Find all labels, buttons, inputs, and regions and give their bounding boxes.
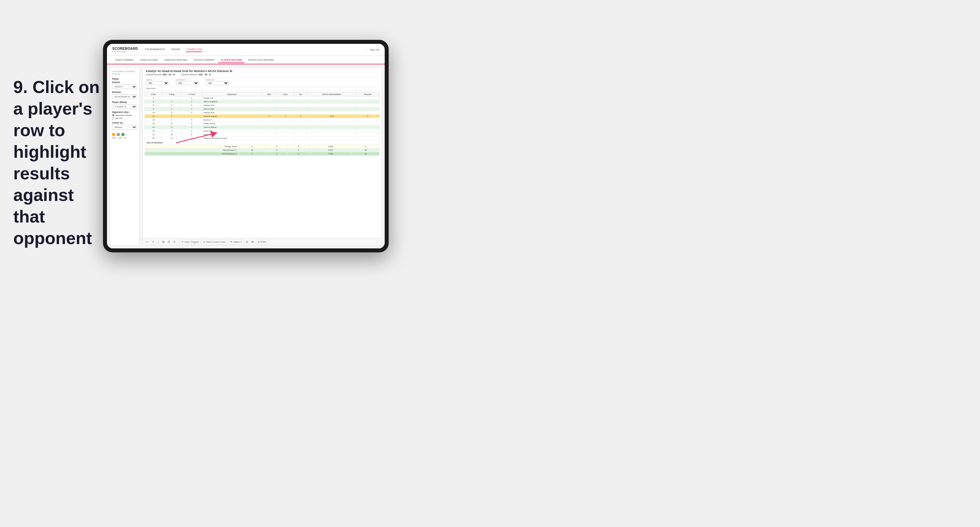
sub-nav-team-h2h-heatmap[interactable]: TEAM H2H HEATMAP xyxy=(161,57,190,62)
out-table-row[interactable]: Foreign Team1004.5002 xyxy=(145,145,380,148)
logo-title: SCOREBOARD xyxy=(112,47,138,51)
tablet-frame: SCOREBOARD Powered by clippd TOURNAMENTS… xyxy=(103,40,389,252)
out-of-division-label: Out of division xyxy=(145,140,380,144)
nav-bar: SCOREBOARD Powered by clippd TOURNAMENTS… xyxy=(107,44,385,56)
share-icon: ⬆ xyxy=(258,241,260,243)
table-row[interactable]: 1474Eunice Yi xyxy=(145,118,380,122)
table-button[interactable]: ⊡ xyxy=(167,240,171,244)
eye-icon: 👁 xyxy=(181,241,184,243)
last-updated: Last Updated: 27/03/2024 16:55:28 xyxy=(112,70,137,76)
colour-by-select[interactable]: Win/loss xyxy=(112,125,137,130)
annotation-text: 9. Click on a player's row to highlight … xyxy=(13,76,103,249)
out-of-division-table: Foreign Team1004.5002NAIA Division 11500… xyxy=(145,144,380,156)
sub-nav-team-h2h-grid[interactable]: TEAM H2H GRID xyxy=(137,57,161,62)
colour-dot-up xyxy=(121,133,124,136)
colour-dots xyxy=(112,133,137,136)
gender-label: Gender xyxy=(112,81,137,83)
crop-button[interactable]: ⊡ xyxy=(245,240,249,244)
out-table-row[interactable]: NAIA Division 115009.26730 xyxy=(145,148,380,152)
col-div: # Div xyxy=(145,93,162,96)
sign-out-button[interactable]: Sign out xyxy=(370,48,379,51)
sub-nav-player-summary[interactable]: PLAYER SUMMARY xyxy=(191,57,218,62)
nav-links: TOURNAMENTS TEAMS COMMITTEE xyxy=(145,47,368,52)
conference-filter-group: Conference (All) xyxy=(176,79,199,85)
sub-nav-player-h2h-heatmap[interactable]: PLAYER H2H HEATMAP xyxy=(245,57,277,62)
undo-button[interactable]: ↩ xyxy=(145,240,150,244)
sub-nav-team-summary[interactable]: TEAM SUMMARY xyxy=(112,57,137,62)
region-filter-group: Region (All) xyxy=(146,79,169,85)
player-rank-select[interactable]: 8. Katelyn Vo xyxy=(112,104,137,109)
table-row[interactable]: 613Sydney Kuo xyxy=(145,103,380,107)
player-h2h-table: # Div # Reg # Conf Opponent Win Loss Tie… xyxy=(145,92,380,140)
col-conf: # Conf xyxy=(181,93,202,96)
save-icon: ⊟ xyxy=(203,241,205,243)
table-row[interactable]: 522Alexis Sudjianto xyxy=(145,100,380,103)
table-row[interactable]: 20117Federica Domecq Lacroze xyxy=(145,137,380,140)
opponent-select[interactable]: (All) xyxy=(206,81,229,85)
opponent-view-radio-group: Opponents Played Top 100 xyxy=(112,114,137,119)
view-original-button[interactable]: 👁 View: Original xyxy=(180,240,200,244)
opponents-label: Opponents: xyxy=(146,87,156,89)
grid-button[interactable]: ⊞ xyxy=(161,240,165,244)
top-100-option[interactable]: Top 100 xyxy=(112,117,137,119)
table-row[interactable]: 1691Jessica Mason xyxy=(145,125,380,129)
col-win: Win xyxy=(262,93,277,96)
radio-dot-played xyxy=(112,114,114,117)
region-label: Region xyxy=(146,79,169,81)
division-record: Division Record: 331 - 34 - 6 xyxy=(181,73,211,76)
table-row[interactable]: 19106Emily Chang xyxy=(145,133,380,137)
sub-nav-player-h2h-grid[interactable]: PLAYER H2H GRID xyxy=(218,57,245,63)
redo-button[interactable]: ↪ xyxy=(151,240,155,244)
right-panel: Katelyn Vo Head-to-Head Grid for Women's… xyxy=(142,67,382,246)
colour-dot-down xyxy=(112,133,115,136)
watch-icon: 👁 xyxy=(230,241,232,243)
opp-row: Opponents: xyxy=(143,87,382,91)
colour-labels: Down Level Up xyxy=(112,137,137,139)
opponent-played-option[interactable]: Opponents Played xyxy=(112,114,137,117)
col-diff: Diff Av Strokes/Rnd xyxy=(307,93,356,96)
opponent-view-label: Opponent view xyxy=(112,111,137,113)
toolbar-separator xyxy=(178,240,178,244)
table-row[interactable]: 131Jessica Huang010-3.002 xyxy=(145,114,380,118)
player-rank-label: Player (Rank) xyxy=(112,101,137,103)
main-content: Last Updated: 27/03/2024 16:55:28 Player… xyxy=(107,64,385,248)
save-custom-view-button[interactable]: ⊟ Save Custom View xyxy=(202,240,227,244)
table-row[interactable]: 1585Stella Cheng xyxy=(145,122,380,125)
col-tie: Tie xyxy=(294,93,307,96)
opponent-filter-group: Opponent (All) xyxy=(206,79,229,85)
share-button[interactable]: ⬆ Share xyxy=(256,240,269,244)
player-section-title: Player xyxy=(112,78,137,80)
division-select[interactable]: NCAA Division III xyxy=(112,94,137,99)
opponent-filter-label: Opponent xyxy=(206,79,229,81)
nav-link-teams[interactable]: TEAMS xyxy=(171,47,180,52)
col-reg: # Reg xyxy=(162,93,181,96)
reset-button[interactable]: ↕ xyxy=(156,240,160,244)
nav-link-tournaments[interactable]: TOURNAMENTS xyxy=(145,47,165,52)
table-row[interactable]: 31Esther Lee xyxy=(145,96,380,100)
col-opponent: Opponent xyxy=(202,93,262,96)
table-header-row: # Div # Reg # Conf Opponent Win Loss Tie… xyxy=(145,93,380,96)
colour-by-label: Colour by xyxy=(112,122,137,124)
refresh-button[interactable]: ↻ xyxy=(172,240,177,244)
division-label: Division xyxy=(112,91,137,93)
logo-sub: Powered by clippd xyxy=(112,51,138,52)
colour-dot-level xyxy=(117,133,120,136)
bottom-toolbar: ↩ ↪ ↕ ⊞ ⊡ ↻ 👁 View: Original ⊟ Save Cust… xyxy=(143,238,382,245)
grid2-button[interactable]: ⊞ xyxy=(250,240,255,244)
grid-header: Katelyn Vo Head-to-Head Grid for Women's… xyxy=(143,67,382,77)
sub-nav: TEAM SUMMARY TEAM H2H GRID TEAM H2H HEAT… xyxy=(107,56,385,64)
logo: SCOREBOARD Powered by clippd xyxy=(112,47,138,52)
nav-link-committee[interactable]: COMMITTEE xyxy=(186,47,202,52)
watch-button[interactable]: 👁 Watch ▾ xyxy=(229,240,243,244)
region-select[interactable]: (All) xyxy=(146,81,169,85)
conference-select[interactable]: (All) xyxy=(176,81,199,85)
filter-row: Region (All) Conference (All) Opponent xyxy=(143,77,382,87)
data-table-wrapper: # Div # Reg # Conf Opponent Win Loss Tie… xyxy=(143,91,382,238)
gender-select[interactable]: Women's xyxy=(112,84,137,89)
table-row[interactable]: 1063Andrea York xyxy=(145,111,380,114)
table-row[interactable]: 914Sharon Mun xyxy=(145,107,380,111)
table-row[interactable]: 1822Euna Lee xyxy=(145,129,380,133)
out-table-row[interactable]: NCAA Division 25007.40010 xyxy=(145,152,380,156)
col-rounds: Rounds xyxy=(356,93,380,96)
overall-record: Overall Record: 353 - 34 - 6 xyxy=(146,73,174,76)
